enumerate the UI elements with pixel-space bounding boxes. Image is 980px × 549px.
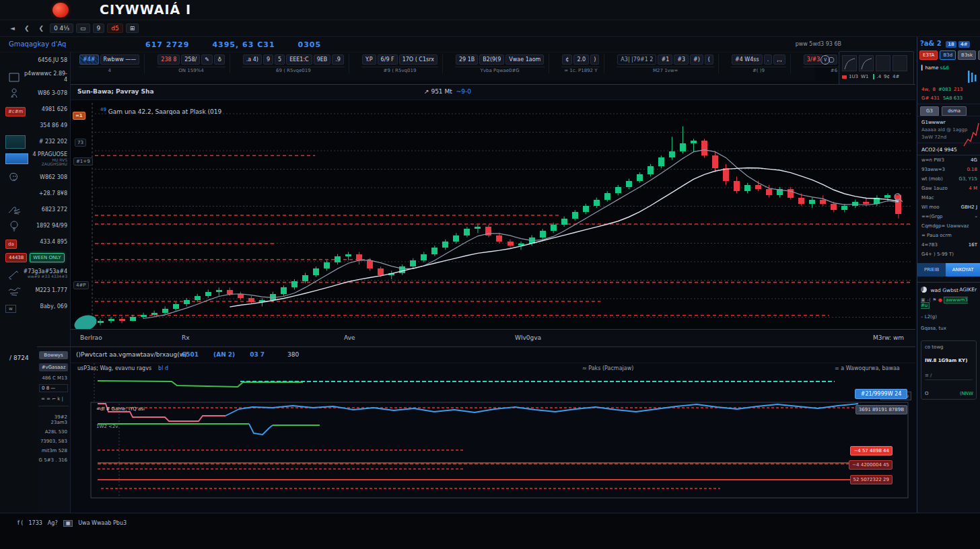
toolbar-button-7-0[interactable]: #4 W4ss	[732, 54, 763, 65]
axis-label-4[interactable]: M3rw: wm	[873, 334, 904, 341]
nav-button-4[interactable]: ▭	[76, 24, 90, 33]
nav-button-2[interactable]: ❮	[35, 24, 47, 32]
axis-label-3[interactable]: Wlv0gva	[515, 334, 541, 341]
cta-right[interactable]: ANKOYAT	[946, 263, 980, 277]
sidebar-item-6[interactable]: 4 PRAGUOSEHU RVS ZAUGHS9HU	[0, 149, 70, 169]
dropdown-second[interactable]: #vGasaaz	[39, 363, 68, 371]
mini-thumb-3[interactable]	[893, 55, 907, 71]
nav-button-7[interactable]: ⊞	[126, 24, 139, 33]
rightbar-chip-1[interactable]: 4#	[958, 41, 970, 48]
cta-button[interactable]: PRIEIB ANKOYAT	[917, 263, 980, 277]
mini-thumb-1[interactable]	[859, 55, 874, 71]
sidebar-item-0[interactable]: 6456.JU 58	[0, 52, 70, 69]
alert-tag-3[interactable]: 52 5072322 29	[850, 475, 893, 484]
toolbar-button-5-2[interactable]: )	[590, 54, 599, 65]
toolbar-button-7-2[interactable]: ,.,	[773, 54, 785, 65]
order-box-left[interactable]: O	[925, 391, 929, 396]
sidebar-item-11[interactable]: da433.4 895	[0, 233, 70, 250]
sidebar-teal-button[interactable]: WEEN ONLY	[30, 253, 64, 262]
toolbar-button-0-0[interactable]: #4#	[79, 54, 99, 65]
toolbar-button-2-3[interactable]: EEE1:C	[286, 54, 312, 65]
rightbar-chip-0[interactable]: 18	[946, 41, 956, 48]
rightbar-subtab-1[interactable]: dsma	[942, 106, 967, 116]
leftcol-item-2[interactable]: 73903, 583	[37, 435, 70, 444]
leftcol-item-4[interactable]: G 5#3 . 316	[37, 453, 70, 463]
sidebar-item-14[interactable]: M223 1.777	[0, 282, 70, 298]
nav-button-6[interactable]: d5	[107, 24, 123, 33]
sidebar-item-12[interactable]: 44438WEEN ONLY	[0, 250, 70, 266]
candlestick-chart[interactable]	[71, 100, 915, 329]
toolbar-button-6-4[interactable]: (	[705, 54, 713, 65]
axis-label-2[interactable]: Ave	[344, 334, 355, 341]
sidebar-item-13[interactable]: #73g3a#53a#4ww#9 #33 4334#3	[0, 266, 70, 282]
help-icon[interactable]: v	[820, 55, 830, 65]
toolbar-button-6-0[interactable]: A3| |79#1 2	[617, 54, 656, 65]
axis-label-0[interactable]: Berlrao	[80, 334, 102, 341]
edge-badge-orange[interactable]: =1	[73, 112, 85, 120]
toolbar-button-2-0[interactable]: .a 4)	[243, 54, 262, 65]
toolbar-button-1-2[interactable]: ✎	[201, 54, 213, 65]
order-box-right[interactable]: (NNW	[960, 391, 973, 396]
bottom-header-2[interactable]: AGIKEr	[959, 287, 977, 293]
axis-label-1[interactable]: Rx	[182, 334, 190, 341]
sidebar-item-8[interactable]: +28.7 8¥8	[0, 185, 70, 201]
alert-tag-2[interactable]: ~4 4200004 45	[849, 460, 893, 470]
edge-badge-3[interactable]: 4#P	[73, 281, 89, 289]
main-chart-panel[interactable]: Sun-Bawa; Pavray Sha ↗ 951 Mt~9-0 49 Gam…	[71, 84, 915, 346]
sidebar-item-7[interactable]: W862 308	[0, 169, 70, 185]
rightbar-tabs-title[interactable]: ?a& 2	[920, 40, 942, 47]
leftcol-input[interactable]: 0 8 —	[39, 384, 68, 392]
rightbar-button-1[interactable]: B3d	[940, 50, 956, 60]
toolbar-button-5-0[interactable]: ¢	[562, 54, 572, 65]
sidebar-item-9[interactable]: 6823 272	[0, 201, 70, 217]
alert-tag-1[interactable]: ~4 57 4898 44	[850, 446, 893, 455]
leftcol-item-1[interactable]: A28L 530	[37, 425, 70, 435]
bottom-icon-row[interactable]: ▣ –( ⚑ ● awwwm3 #u	[921, 297, 978, 308]
mini-thumb-0[interactable]	[842, 55, 857, 71]
sidebar-item-3[interactable]: #c#m4981 626	[0, 101, 70, 117]
cta-left[interactable]: PRIEIB	[917, 263, 946, 277]
toolbar-button-1-1[interactable]: 258/	[181, 54, 200, 65]
toolbar-button-2-5[interactable]: .9	[332, 54, 344, 65]
edge-badge-2[interactable]: #1+9	[73, 157, 93, 166]
sidebar-item-5[interactable]: # 232 202	[0, 133, 70, 149]
dropdown-top[interactable]: Bowwys	[39, 351, 68, 359]
indicator-panel-2[interactable]: =di # Game; IYQ asi 1W2 <2v	[71, 401, 915, 512]
order-box[interactable]: co towg IW.8 1G9am KY) ≡ / O (NNW	[921, 340, 977, 400]
rightbar-button-2[interactable]: B3sk	[958, 50, 976, 60]
edge-badge-1[interactable]: 73	[75, 139, 86, 147]
toolbar-button-6-2[interactable]: #3	[674, 54, 689, 65]
flag-icon[interactable]: ⚑	[932, 297, 936, 303]
sidebar-red-button[interactable]: 44438	[5, 253, 27, 262]
toolbar-button-4-1[interactable]: B2(9(9	[479, 54, 504, 65]
toolbar-button-5-1[interactable]: 2.0	[573, 54, 589, 65]
toolbar-button-3-1[interactable]: 6/9 F	[378, 54, 398, 65]
toolbar-button-3-2[interactable]: 17O ( C1srx	[399, 54, 438, 65]
rightbar-subtab-0[interactable]: G3	[920, 106, 939, 116]
chart-header-tag[interactable]: ~9-0	[456, 88, 471, 95]
sidebar-item-2[interactable]: W86 3-078	[0, 85, 70, 101]
nav-button-5[interactable]: 9	[93, 24, 105, 33]
toolbar-button-2-1[interactable]: 9	[263, 54, 273, 65]
sidebar-item-4[interactable]: 354 86 49	[0, 117, 70, 133]
toolbar-button-7-1[interactable]: .	[764, 54, 773, 65]
price-tag-gray[interactable]: 3691 89191 8789B	[855, 405, 907, 414]
toolbar-button-0-1[interactable]: Rwbww ——	[100, 54, 140, 65]
rightbar-button-0[interactable]: E3TA	[919, 50, 938, 60]
record-icon[interactable]: ●	[938, 297, 942, 303]
toolbar-button-6-1[interactable]: #1	[658, 54, 672, 65]
sidebar-item-10[interactable]: 1892 94/99	[0, 217, 70, 233]
toolbar-button-2-2[interactable]: 5	[275, 54, 285, 65]
sidebar-item-1[interactable]: p4wwwwc 2.89-4	[0, 69, 70, 85]
nav-button-1[interactable]: ❮	[21, 24, 33, 32]
watchlist[interactable]: ▎hame s&6 4w,8#083213 G# 4315A8 633	[917, 61, 980, 104]
nav-button-3[interactable]: 0 4⅓	[50, 24, 73, 33]
toolbar-button-2-4[interactable]: 9EB	[314, 54, 331, 65]
toolbar-button-1-0[interactable]: 238 8	[158, 54, 180, 65]
toolbar-button-6-3[interactable]: #)	[690, 54, 703, 65]
magnifier-icon[interactable]	[893, 192, 904, 203]
nav-button-0[interactable]: ◄	[7, 24, 18, 32]
sidebar-item-15[interactable]: wBaby, 069	[0, 298, 70, 314]
toolbar-button-4-2[interactable]: Vwae 1aom	[505, 54, 544, 65]
mini-thumb-2[interactable]	[876, 55, 890, 71]
